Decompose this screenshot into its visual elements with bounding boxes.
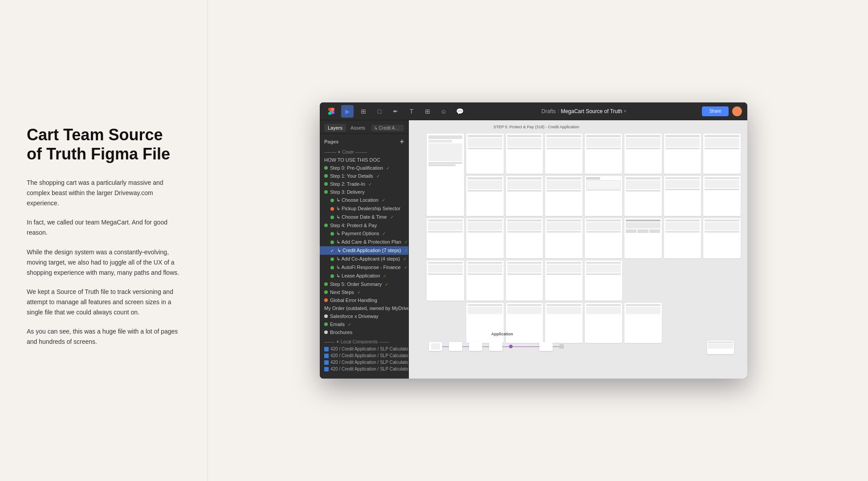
- tab-assets[interactable]: Assets: [347, 124, 369, 132]
- application-label: Application: [491, 332, 513, 336]
- frame-r1c5: [585, 134, 622, 174]
- frame-r3c3: [427, 218, 464, 258]
- frames-grid: [427, 134, 741, 343]
- page-lease[interactable]: ↳ Lease Application ✓: [320, 272, 408, 280]
- page-credit-app[interactable]: ✓ ↳ Credit Application (7 steps) ✓: [320, 246, 408, 255]
- frame-r1c4: [545, 134, 583, 174]
- tab-layers[interactable]: Layers: [324, 124, 346, 132]
- frame-r2c2: [703, 134, 741, 174]
- paragraph-2: In fact, we called our team MegaCart. An…: [27, 217, 181, 238]
- frame-r3c8: [624, 218, 662, 258]
- breadcrumb-drafts[interactable]: Drafts: [542, 108, 556, 114]
- flow-line-1: [442, 346, 449, 347]
- dot-autofi: [330, 266, 334, 269]
- frame-r5c5: [585, 303, 622, 343]
- breadcrumb-project[interactable]: MegaCart Source of Truth: [561, 108, 622, 114]
- flow-line-2: [462, 346, 469, 347]
- flow-frame-1: [429, 342, 442, 351]
- page-salesforce[interactable]: Salesforce x Driveway: [320, 312, 408, 320]
- separator-local: ------- ✦ Local Components -------: [320, 338, 408, 346]
- dot-next-steps: [324, 290, 328, 294]
- dot-step5: [324, 282, 328, 286]
- figma-topbar: ▶ ⊞ □ ✒ T ⊞ ☺ 💬 Drafts / MegaCart Source…: [320, 102, 747, 120]
- dot-step4: [324, 224, 328, 227]
- page-my-order[interactable]: My Order (outdated, owned by MyDriveway)…: [320, 304, 408, 312]
- page-brochures[interactable]: Brochures: [320, 328, 408, 336]
- page-choose-date[interactable]: ↳ Choose Date & Time ✓: [320, 213, 408, 221]
- frame-r3c1: [664, 176, 701, 216]
- add-page-button[interactable]: +: [400, 138, 404, 146]
- page-step5[interactable]: Step 5: Order Summary ✓: [320, 280, 408, 288]
- dot-global-error: [324, 298, 328, 302]
- dropdown-arrow[interactable]: ▾: [624, 109, 626, 114]
- page-next-steps[interactable]: Next Steps ✓: [320, 288, 408, 296]
- layer-item-4[interactable]: 420 / Credit Application / SLP Calculato…: [320, 366, 408, 372]
- separator-cover: -------- ✦ Cover --------: [320, 148, 408, 156]
- page-payment-options[interactable]: ↳ Payment Options ✓: [320, 229, 408, 238]
- component-tool[interactable]: ⊞: [421, 105, 434, 118]
- flow-line-5: [513, 346, 539, 347]
- page-step4[interactable]: Step 4: Protect & Pay: [320, 221, 408, 229]
- layer-item-3[interactable]: 420 / Credit Application / SLP Calculato…: [320, 359, 408, 366]
- frame-tool[interactable]: ⊞: [357, 105, 370, 118]
- figma-sidebar: Layers Assets ↳ Credit Application / 7 s…: [320, 120, 409, 379]
- page-step3[interactable]: Step 3: Delivery: [320, 188, 408, 196]
- grid-icon-3: [324, 360, 329, 365]
- breadcrumb-separator: /: [558, 108, 559, 114]
- pages-list: -------- ✦ Cover -------- HOW TO USE THI…: [320, 147, 408, 379]
- page-emails[interactable]: Emails ✓: [320, 320, 408, 328]
- hand-tool[interactable]: ☺: [437, 105, 450, 118]
- frame-r5c3: [506, 303, 543, 343]
- frame-r4c1: [664, 218, 701, 258]
- comment-tool[interactable]: 💬: [453, 105, 466, 118]
- grid-icon-1: [324, 347, 329, 351]
- frame-r4c3: [427, 261, 464, 301]
- right-panel: ▶ ⊞ □ ✒ T ⊞ ☺ 💬 Drafts / MegaCart Source…: [208, 0, 868, 481]
- move-tool[interactable]: ▶: [341, 105, 354, 118]
- share-button[interactable]: Share: [702, 106, 729, 116]
- dot-payment-options: [330, 232, 334, 236]
- dot-care-protection: [330, 240, 334, 244]
- bottom-right-frame: [707, 341, 734, 354]
- page-pickup-dealer[interactable]: ↳ Pickup Dealership Selector: [320, 204, 408, 213]
- dot-step1: [324, 174, 328, 178]
- pen-tool[interactable]: ✒: [389, 105, 402, 118]
- frame-r4c4: [466, 261, 504, 301]
- page-step1[interactable]: Step 1: Your Details ✓: [320, 172, 408, 180]
- flow-node: [509, 345, 513, 348]
- pages-header: Pages +: [320, 134, 408, 147]
- frame-r1c2: [466, 134, 504, 174]
- grid-icon-2: [324, 354, 329, 358]
- flow-frame-2: [449, 342, 462, 351]
- frame-r3c7: [585, 218, 622, 258]
- user-avatar: [732, 106, 742, 116]
- page-co-applicant[interactable]: ↳ Add Co-Applicant (4 steps) ✓: [320, 255, 408, 263]
- frame-r2c4: [506, 176, 543, 216]
- dot-pickup-dealer: [330, 207, 334, 211]
- tab-credit[interactable]: ↳ Credit Application / 7 s...: [371, 125, 404, 131]
- frame-r3c4: [466, 218, 504, 258]
- dot-step0: [324, 166, 328, 170]
- layer-item-1[interactable]: 420 / Credit Application / SLP Calculato…: [320, 346, 408, 352]
- page-how-to-use[interactable]: HOW TO USE THIS DOC: [320, 156, 408, 164]
- frame-r1c6: [624, 134, 662, 174]
- text-tool[interactable]: T: [405, 105, 418, 118]
- frame-r4c5: [506, 261, 543, 301]
- paragraph-5: As you can see, this was a huge file wit…: [27, 326, 181, 347]
- breadcrumb: Drafts / MegaCart Source of Truth ▾: [469, 108, 698, 114]
- frame-r3c6: [545, 218, 583, 258]
- page-step0[interactable]: Step 0: Pre-Qualification ✓: [320, 164, 408, 172]
- page-step2[interactable]: Step 2: Trade-In ✓: [320, 180, 408, 188]
- page-autofi[interactable]: ↳ AutoFi Response - Finance ✓: [320, 263, 408, 272]
- page-choose-location[interactable]: ↳ Choose Location ✓: [320, 196, 408, 204]
- left-panel: Cart Team Source of Truth Figma File The…: [0, 0, 208, 481]
- shape-tool[interactable]: □: [373, 105, 386, 118]
- flow-frame-4: [489, 342, 502, 351]
- page-global-error[interactable]: Global Error Handling: [320, 296, 408, 304]
- layer-item-2[interactable]: 420 / Credit Application / SLP Calculato…: [320, 352, 408, 359]
- frame-r1c7: [664, 134, 701, 174]
- paragraph-4: We kept a Source of Truth file to track …: [27, 287, 181, 318]
- page-care-protection[interactable]: ↳ Add Care & Protection Plan ✓: [320, 238, 408, 246]
- figma-canvas: STEP 5: Protect & Pay (318) - Credit App…: [409, 120, 747, 379]
- figma-logo-button[interactable]: [325, 105, 338, 118]
